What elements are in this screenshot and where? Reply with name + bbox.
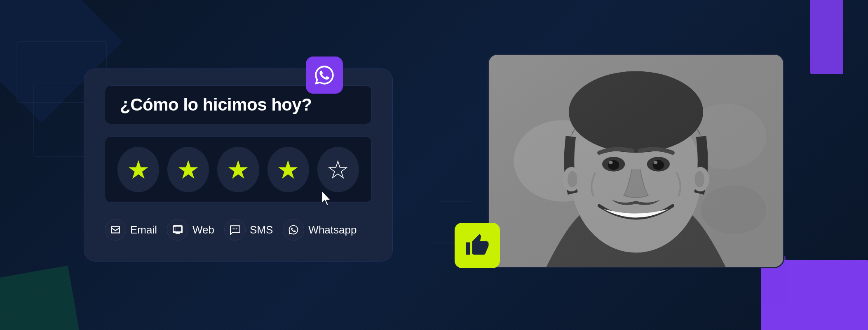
svg-point-5 bbox=[235, 229, 236, 230]
channel-web[interactable]: Web bbox=[167, 219, 214, 240]
connector-line-2 bbox=[438, 201, 471, 202]
email-icon-circle bbox=[105, 219, 126, 240]
photo-card bbox=[488, 54, 784, 268]
web-icon bbox=[172, 224, 183, 235]
sms-icon bbox=[230, 224, 240, 235]
web-label: Web bbox=[192, 224, 214, 236]
star-4-icon: ★ bbox=[277, 155, 300, 185]
left-section: ¿Cómo lo hicimos hoy? ★ ★ ★ bbox=[84, 68, 438, 262]
star-2-icon: ★ bbox=[177, 155, 200, 185]
star-3-icon: ★ bbox=[227, 155, 250, 185]
email-label: Email bbox=[130, 224, 157, 236]
survey-card: ¿Cómo lo hicimos hoy? ★ ★ ★ bbox=[84, 68, 393, 262]
person-photo bbox=[489, 55, 783, 267]
question-text: ¿Cómo lo hicimos hoy? bbox=[120, 95, 312, 114]
mouse-cursor-icon bbox=[319, 190, 334, 208]
right-section bbox=[463, 45, 784, 285]
channel-email[interactable]: Email bbox=[105, 219, 157, 240]
sms-label: SMS bbox=[250, 224, 273, 236]
svg-point-6 bbox=[236, 229, 237, 230]
whatsapp-icon bbox=[314, 64, 335, 86]
svg-rect-25 bbox=[489, 55, 783, 267]
whatsapp-label: Whatsapp bbox=[308, 224, 357, 236]
star-5-button[interactable]: ☆ bbox=[317, 147, 359, 192]
star-5-icon: ☆ bbox=[326, 155, 350, 185]
bg-decoration-topright bbox=[810, 0, 843, 74]
web-icon-circle bbox=[167, 219, 188, 240]
main-content: ¿Cómo lo hicimos hoy? ★ ★ ★ bbox=[84, 45, 784, 285]
thumbs-up-badge bbox=[455, 223, 500, 268]
star-2-button[interactable]: ★ bbox=[167, 147, 209, 192]
svg-point-4 bbox=[232, 229, 234, 230]
stars-rating-container[interactable]: ★ ★ ★ ★ ☆ bbox=[105, 137, 372, 203]
thumbs-up-icon bbox=[465, 233, 490, 258]
star-4-button[interactable]: ★ bbox=[267, 147, 309, 192]
star-3-button[interactable]: ★ bbox=[217, 147, 259, 192]
whatsapp-channel-icon-circle bbox=[283, 219, 304, 240]
channels-row: Email bbox=[105, 219, 372, 240]
channel-sms[interactable]: SMS bbox=[224, 219, 273, 240]
svg-rect-3 bbox=[176, 226, 181, 232]
person-image bbox=[489, 55, 783, 267]
star-1-button[interactable]: ★ bbox=[117, 147, 159, 192]
whatsapp-channel-icon bbox=[288, 224, 299, 235]
svg-rect-2 bbox=[174, 226, 175, 231]
cursor-indicator bbox=[319, 190, 334, 210]
email-icon bbox=[110, 224, 121, 235]
star-1-icon: ★ bbox=[127, 155, 150, 185]
bg-decoration-bottomleft bbox=[0, 266, 79, 330]
background: ¿Cómo lo hicimos hoy? ★ ★ ★ bbox=[0, 0, 868, 330]
whatsapp-channel-badge bbox=[306, 57, 343, 94]
channel-whatsapp[interactable]: Whatsapp bbox=[283, 219, 357, 240]
sms-icon-circle bbox=[224, 219, 246, 240]
